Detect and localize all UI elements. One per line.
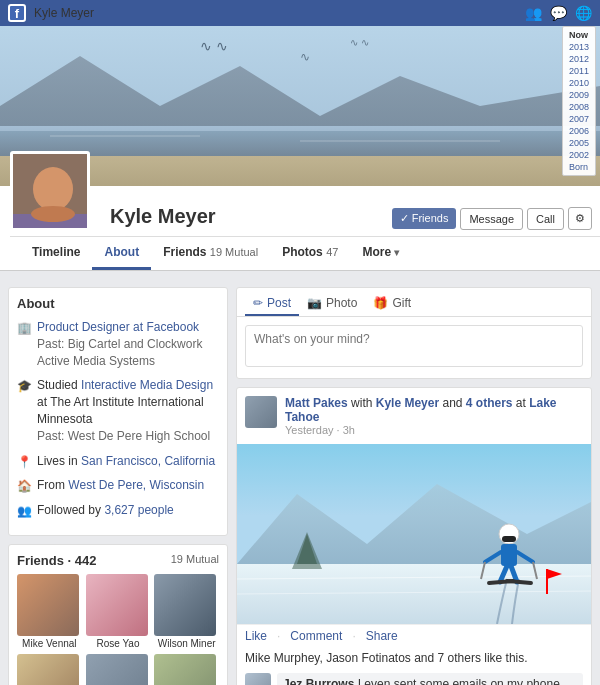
tab-photos[interactable]: Photos 47 [270,237,350,270]
friend-avatar-1 [17,574,79,636]
avatar-image [13,154,90,231]
tab-friends[interactable]: Friends 19 Mutual [151,237,270,270]
hometown-icon: 🏠 [17,478,31,492]
post-type-tabs: ✏ Post 📷 Photo 🎁 Gift [237,288,591,317]
year-2006[interactable]: 2006 [567,125,591,137]
school-link[interactable]: Interactive Media Design [81,378,213,392]
friend-item[interactable]: Wilson Miner [154,574,219,650]
timeline-nav: Now 2013 2012 2011 2010 2009 2008 2007 2… [562,26,596,176]
comment-author-name-1[interactable]: Jez Burrows [283,677,354,685]
tab-about[interactable]: About [92,237,151,270]
comment-button[interactable]: Comment [290,629,342,643]
city-link[interactable]: San Francisco, California [81,454,215,468]
cover-photo: ⌒ ⌒ ⌒ ⌒ [0,26,600,186]
about-followers: 👥 Followed by 3,627 people [17,502,219,519]
profile-section: Kyle Meyer ✓ Friends Message Call ⚙ Time… [0,186,600,271]
share-button[interactable]: Share [366,629,398,643]
right-feed: ✏ Post 📷 Photo 🎁 Gift [236,287,592,685]
post-text-icon: ✏ [253,296,263,310]
friends-grid: Mike Vennal Rose Yao Wilson Miner Lu Che… [17,574,219,685]
friend-item[interactable]: Lu Chen [17,654,82,685]
gear-button[interactable]: ⚙ [568,207,592,230]
year-2009[interactable]: 2009 [567,89,591,101]
post-likes: Mike Murphey, Jason Fotinatos and 7 othe… [237,647,591,669]
about-education: 🎓 Studied Interactive Media Design at Th… [17,377,219,444]
friends-title: Friends · 442 [17,553,97,568]
about-followers-text: Followed by 3,627 people [37,502,174,519]
about-work: 🏢 Product Designer at Facebook Past: Big… [17,319,219,369]
friend-item[interactable]: Jeff Huang [86,654,151,685]
followers-count[interactable]: 3,627 people [104,503,173,517]
friends-mutual: 19 Mutual [171,553,219,568]
comment-content-1: Jez Burrows I even sent some emails on m… [277,673,583,685]
about-title: About [17,296,219,311]
post-author-avatar [245,396,277,428]
friends-request-icon[interactable]: 👥 [525,5,542,21]
messages-icon[interactable]: 💬 [550,5,567,21]
post-author-name[interactable]: Matt Pakes [285,396,348,410]
message-button[interactable]: Message [460,208,523,230]
topbar-icons: 👥 💬 🌐 [525,5,592,21]
post-tab-post[interactable]: ✏ Post [245,292,299,316]
post-tagged-user[interactable]: Kyle Meyer [376,396,439,410]
friend-avatar-2 [86,574,148,636]
post-others-link[interactable]: 4 others [466,396,513,410]
about-box: About 🏢 Product Designer at Facebook Pas… [8,287,228,536]
year-2012[interactable]: 2012 [567,53,591,65]
post-composer: ✏ Post 📷 Photo 🎁 Gift [236,287,592,379]
action-separator-1: · [277,629,280,643]
friend-item[interactable]: Matt Sain [154,654,219,685]
call-button[interactable]: Call [527,208,564,230]
friends-header: Friends · 442 19 Mutual [17,553,219,568]
profile-name-area: Kyle Meyer [110,205,392,236]
notifications-icon[interactable]: 🌐 [575,5,592,21]
year-now[interactable]: Now [567,29,591,41]
post-photo-icon: 📷 [307,296,322,310]
more-chevron-icon: ▾ [394,247,399,258]
cover-scene: ∿ ∿ ∿ ∿ ∿ [0,26,600,186]
post-tab-photo[interactable]: 📷 Photo [299,292,365,316]
friend-avatar-4 [17,654,79,685]
friend-name-1: Mike Vennal [17,638,82,650]
profile-tabs: Timeline About Friends 19 Mutual Photos … [10,236,600,270]
year-2008[interactable]: 2008 [567,101,591,113]
post-header: Matt Pakes with Kyle Meyer and 4 others … [237,388,591,444]
friend-item[interactable]: Mike Vennal [17,574,82,650]
friend-avatar-3 [154,574,216,636]
tab-more[interactable]: More ▾ [350,237,411,270]
post-photo[interactable] [237,444,591,624]
like-button[interactable]: Like [245,629,267,643]
post-and-others: and [442,396,465,410]
year-born[interactable]: Born [567,161,591,173]
year-2002[interactable]: 2002 [567,149,591,161]
post-meta: Matt Pakes with Kyle Meyer and 4 others … [285,396,583,436]
svg-rect-6 [0,126,600,131]
profile-bar: Kyle Meyer ✓ Friends Message Call ⚙ [0,186,600,236]
friends-button[interactable]: ✓ Friends [392,208,457,229]
about-work-text: Product Designer at Facebook Past: Big C… [37,319,219,369]
year-2013[interactable]: 2013 [567,41,591,53]
year-2005[interactable]: 2005 [567,137,591,149]
followers-icon: 👥 [17,503,31,517]
svg-rect-3 [0,156,600,186]
friend-item[interactable]: Rose Yao [86,574,151,650]
hometown-link[interactable]: West De Pere, Wisconsin [68,478,204,492]
facebook-logo-icon: f [8,4,26,22]
ski-scene-svg [237,444,591,624]
post-location-label: at [516,396,529,410]
post-tab-gift[interactable]: 🎁 Gift [365,292,419,316]
profile-actions: ✓ Friends Message Call ⚙ [392,207,600,236]
employer-link[interactable]: Product Designer at Facebook [37,320,199,334]
post-description: Matt Pakes with Kyle Meyer and 4 others … [285,396,583,424]
about-location-text: Lives in San Francisco, California [37,453,215,470]
post-text-input[interactable] [245,325,583,367]
topbar-username: Kyle Meyer [34,6,94,20]
friend-avatar-6 [154,654,216,685]
svg-point-11 [33,167,73,211]
tab-timeline[interactable]: Timeline [20,237,92,270]
year-2011[interactable]: 2011 [567,65,591,77]
year-2007[interactable]: 2007 [567,113,591,125]
about-education-text: Studied Interactive Media Design at The … [37,377,219,444]
about-location: 📍 Lives in San Francisco, California [17,453,219,470]
year-2010[interactable]: 2010 [567,77,591,89]
